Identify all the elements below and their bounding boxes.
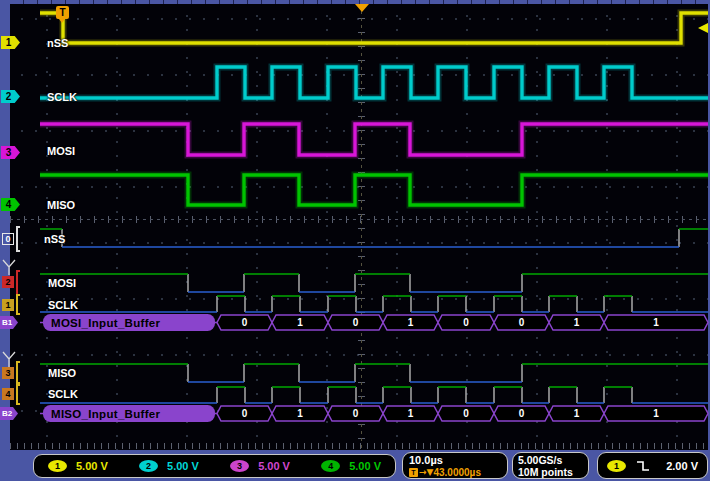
channel-2-label: SCLK [47,91,77,103]
record-length-value: 10M points [518,467,583,479]
digital-2-label: MOSI [48,277,76,289]
trigger-delay-value: 43.0000µs [433,467,480,478]
digital-0-badge[interactable]: 0 [2,233,14,245]
channel-2-scale-value: 5.00 V [167,460,199,472]
center-horizontal-graticule [10,219,708,220]
channel-4-label: MISO [47,199,75,211]
digital-4-label: SCLK [48,388,78,400]
trigger-readout[interactable]: 1 2.00 V [597,452,708,479]
sample-rate-value: 5.00GS/s [518,455,583,467]
digital-group-icon [2,351,16,368]
channel-1-readout: 1 5.00 V [48,460,108,472]
channel-1-label: nSS [47,37,68,49]
horizontal-readout[interactable]: 10.0µs T →▼ 43.0000µs [402,452,508,479]
channel-1-number-badge[interactable]: 1 [48,460,67,472]
trigger-level-arrow-icon[interactable] [698,23,708,33]
bottom-edge-ticks [10,443,708,449]
digital-4-badge[interactable]: 4 [2,388,14,400]
waveform-plot-area [10,4,708,450]
timebase-scale: 10.0µs [409,455,501,466]
trigger-flag-mini-icon: T [409,468,418,477]
channel-4-readout: 4 5.00 V [321,460,381,472]
digital-1-badge[interactable]: 1 [2,299,14,311]
channel-2-readout: 2 5.00 V [139,460,199,472]
trigger-position-marker-icon[interactable] [355,4,369,12]
delay-arrows-icon: →▼ [419,467,433,478]
acquisition-readout[interactable]: 5.00GS/s 10M points [512,452,589,479]
digital-4-bracket [16,384,20,405]
digital-3-bracket [16,361,20,384]
channel-3-number-badge[interactable]: 3 [230,460,249,472]
center-vertical-graticule [361,4,362,450]
trigger-event-flag-icon: T [56,6,69,19]
channel-scale-readouts[interactable]: 1 5.00 V 2 5.00 V 3 5.00 V 4 5.00 V [33,454,396,478]
trigger-source-badge[interactable]: 1 [607,460,626,472]
channel-3-scale-value: 5.00 V [258,460,290,472]
channel-2-number-badge[interactable]: 2 [139,460,158,472]
digital-0-label: nSS [44,233,65,245]
digital-2-bracket [16,270,20,296]
digital-1-label: SCLK [48,299,78,311]
channel-3-readout: 3 5.00 V [230,460,290,472]
digital-3-label: MISO [48,367,76,379]
channel-4-scale-value: 5.00 V [349,460,381,472]
digital-3-badge[interactable]: 3 [2,367,14,379]
oscilloscope-screen: 01010011MOSI_Input_Buffer01010011MISO_In… [0,0,710,481]
channel-1-scale-value: 5.00 V [76,460,108,472]
digital-group-icon [2,259,16,276]
trigger-level-value: 2.00 V [666,460,698,472]
digital-1-bracket [16,294,20,315]
digital-0-bracket [16,226,20,252]
channel-4-number-badge[interactable]: 4 [321,460,340,472]
trigger-slope-falling-icon [635,459,651,473]
digital-2-badge[interactable]: 2 [2,276,14,288]
trigger-delay-readout: T →▼ 43.0000µs [409,467,501,478]
channel-3-label: MOSI [47,145,75,157]
